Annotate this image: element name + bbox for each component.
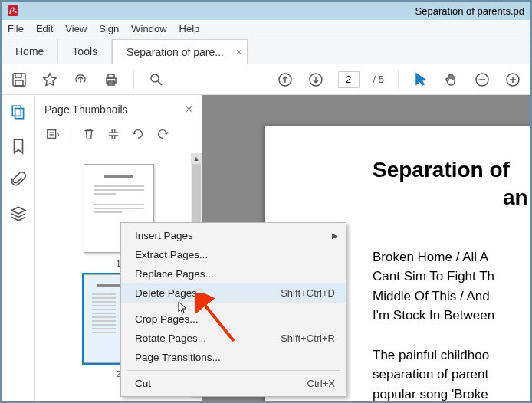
insert-icon[interactable] (107, 127, 120, 144)
submenu-arrow-icon: ▶ (332, 231, 338, 240)
menu-sign[interactable]: Sign (99, 23, 119, 34)
annotation-arrow-icon (195, 293, 238, 349)
zoom-in-icon[interactable] (504, 71, 521, 88)
shortcut: Shift+Ctrl+D (281, 287, 335, 299)
cm-insert-pages[interactable]: Insert Pages ▶ (121, 226, 346, 245)
cm-extract-pages[interactable]: Extract Pages... (121, 245, 346, 264)
shortcut: Shift+Ctrl+R (281, 333, 335, 344)
menubar: File Edit View Sign Window Help (2, 20, 530, 38)
svg-rect-12 (15, 109, 23, 119)
doc-paragraph: The painful childhoo separation of paren… (373, 346, 530, 401)
print-icon[interactable] (103, 71, 120, 88)
cursor-icon (178, 301, 189, 318)
toolbar: / 5 (2, 64, 530, 95)
tab-home[interactable]: Home (2, 39, 58, 64)
rotate-ccw-icon[interactable] (131, 127, 145, 144)
separator (71, 128, 71, 143)
page-down-icon[interactable] (307, 71, 324, 88)
hand-tool-icon[interactable] (443, 71, 460, 88)
svg-rect-11 (12, 106, 21, 116)
page-up-icon[interactable] (277, 71, 294, 88)
scroll-up-icon[interactable]: ▲ (191, 153, 202, 164)
separator (398, 70, 399, 89)
svg-point-6 (151, 74, 159, 82)
nav-rail (2, 95, 35, 401)
page-number-input[interactable] (338, 71, 360, 88)
svg-rect-2 (15, 80, 23, 86)
panel-close-icon[interactable]: × (186, 103, 192, 116)
thumbnails-icon[interactable] (10, 104, 27, 121)
layers-icon[interactable] (10, 205, 27, 222)
panel-toolbar (35, 124, 202, 150)
menu-view[interactable]: View (65, 23, 87, 34)
svg-rect-1 (15, 74, 21, 77)
menu-help[interactable]: Help (179, 23, 200, 34)
svg-rect-4 (108, 74, 114, 78)
titlebar: Separation of parents.pd (2, 2, 530, 20)
window-title: Separation of parents.pd (415, 5, 524, 17)
panel-header: Page Thumbnails × (35, 95, 202, 124)
app-icon (8, 5, 18, 16)
close-icon[interactable]: × (236, 46, 242, 58)
separator (133, 70, 134, 89)
search-icon[interactable] (148, 71, 165, 88)
separator (127, 370, 340, 371)
select-tool-icon[interactable] (412, 71, 429, 88)
menu-edit[interactable]: Edit (36, 23, 53, 34)
cm-replace-pages[interactable]: Replace Pages... (121, 264, 346, 283)
tab-tools[interactable]: Tools (58, 39, 112, 64)
tabbar: Home Tools Separation of pare... × (2, 38, 530, 64)
svg-line-14 (202, 301, 234, 341)
tab-document[interactable]: Separation of pare... × (112, 39, 248, 64)
save-icon[interactable] (11, 71, 28, 88)
page-total: / 5 (373, 74, 384, 85)
upload-icon[interactable] (72, 71, 89, 88)
options-icon[interactable] (46, 127, 60, 144)
rotate-cw-icon[interactable] (156, 127, 169, 144)
doc-paragraph: Broken Home / All A Cant Sim To Fight Th… (373, 247, 530, 326)
cm-cut[interactable]: Cut Ctrl+X (121, 374, 346, 393)
doc-heading: Separation of an (373, 156, 530, 212)
star-icon[interactable] (41, 71, 58, 88)
menu-file[interactable]: File (8, 23, 24, 34)
shortcut: Ctrl+X (307, 378, 335, 389)
zoom-out-icon[interactable] (474, 71, 491, 88)
cm-page-transitions[interactable]: Page Transitions... (121, 348, 346, 367)
bookmark-icon[interactable] (10, 138, 27, 155)
menu-window[interactable]: Window (131, 23, 166, 34)
delete-icon[interactable] (82, 127, 96, 144)
panel-title: Page Thumbnails (44, 103, 128, 116)
attachment-icon[interactable] (10, 172, 27, 188)
svg-rect-13 (48, 130, 56, 139)
